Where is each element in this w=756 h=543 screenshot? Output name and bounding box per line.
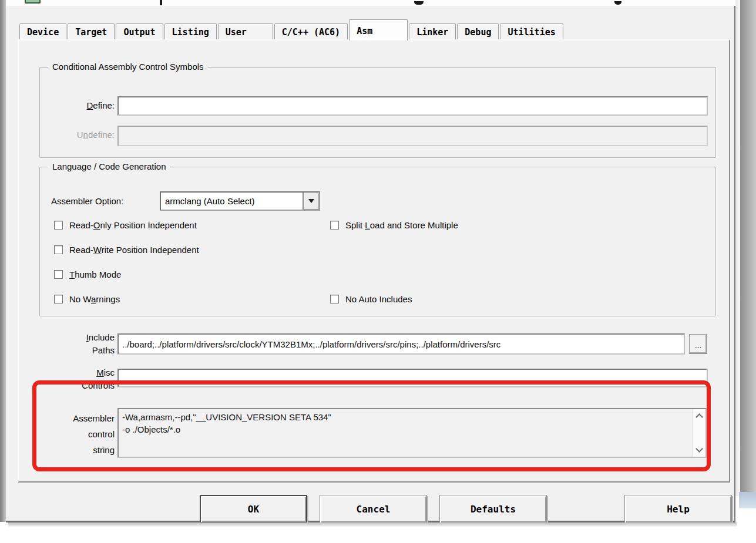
combobox-dropdown-button[interactable]	[303, 193, 319, 210]
checkbox-no-warnings[interactable]: No Warnings	[54, 294, 120, 304]
assembler-option-combobox[interactable]: armclang (Auto Select)	[160, 191, 320, 211]
checkbox-icon[interactable]	[54, 221, 63, 230]
defaults-button[interactable]: Defaults	[439, 495, 547, 523]
help-button[interactable]: Help	[624, 495, 732, 523]
target-icon	[25, 0, 41, 4]
misc-controls-input[interactable]	[117, 369, 708, 387]
ok-button[interactable]: OK	[200, 495, 307, 523]
tab-device[interactable]: Device	[19, 23, 66, 41]
titlebar-text-fragment	[160, 0, 162, 5]
tab-c-cpp-ac6[interactable]: C/C++ (AC6)	[274, 23, 348, 41]
tab-debug[interactable]: Debug	[457, 23, 499, 41]
vertical-scrollbar[interactable]	[692, 409, 705, 457]
group-title: Language / Code Generation	[48, 161, 170, 171]
tab-output[interactable]: Output	[116, 23, 163, 41]
options-dialog: Device Target Output Listing User C/C++ …	[6, 6, 735, 522]
undefine-input	[117, 126, 708, 146]
assembler-option-label: Assembler Option:	[51, 196, 123, 206]
checkbox-read-only-pi[interactable]: Read-Only Position Independent	[54, 220, 197, 230]
checkbox-thumb-mode[interactable]: Thumb Mode	[54, 269, 121, 279]
scroll-down-icon[interactable]	[695, 445, 703, 453]
tab-listing[interactable]: Listing	[164, 23, 217, 41]
group-title: Conditional Assembly Control Symbols	[48, 62, 208, 72]
cancel-button[interactable]: Cancel	[320, 495, 427, 523]
titlebar-text-fragment	[614, 1, 621, 5]
tab-user[interactable]: User	[218, 23, 273, 41]
define-input[interactable]	[117, 96, 708, 116]
checkbox-icon[interactable]	[54, 245, 63, 254]
tab-linker[interactable]: Linker	[409, 23, 456, 41]
assembler-option-value: armclang (Auto Select)	[161, 196, 303, 206]
tab-asm[interactable]: Asm	[349, 19, 408, 41]
checkbox-icon[interactable]	[54, 270, 63, 279]
checkbox-no-auto-includes[interactable]: No Auto Includes	[330, 294, 412, 304]
include-paths-input[interactable]: ../board;../platform/drivers/src/clock/Y…	[117, 333, 685, 355]
window-left-edge	[0, 0, 6, 522]
include-paths-label: Include Paths	[54, 331, 115, 357]
checkbox-icon[interactable]	[330, 221, 339, 230]
assembler-control-string-box[interactable]: -Wa,armasm,--pd,"__UVISION_VERSION SETA …	[117, 408, 707, 458]
checkbox-split-load-store[interactable]: Split Load and Store Multiple	[330, 220, 458, 230]
scroll-up-icon[interactable]	[695, 413, 703, 421]
tab-utilities[interactable]: Utilities	[500, 23, 563, 41]
options-for-target-dialog-screenshot: Device Target Output Listing User C/C++ …	[0, 0, 756, 543]
tab-strip: Device Target Output Listing User C/C++ …	[19, 21, 565, 41]
assembler-control-string-label: Assembler control string	[54, 410, 115, 458]
dialog-bottom-shadow	[8, 522, 737, 527]
include-paths-browse-button[interactable]: ...	[689, 334, 707, 354]
background-app-panel	[739, 492, 756, 508]
misc-controls-label: Misc Controls	[54, 366, 115, 392]
checkbox-icon[interactable]	[330, 295, 339, 303]
titlebar-text-fragment	[414, 1, 424, 5]
define-label: Define:	[65, 100, 115, 110]
assembler-control-string-text: -Wa,armasm,--pd,"__UVISION_VERSION SETA …	[119, 409, 692, 457]
dialog-right-shadow	[735, 0, 740, 496]
chevron-down-icon	[308, 199, 314, 203]
undefine-label: Undefine:	[54, 130, 115, 140]
tab-target[interactable]: Target	[68, 23, 115, 41]
asm-tab-page: Conditional Assembly Control Symbols Def…	[18, 39, 730, 483]
window-right-edge	[740, 0, 756, 492]
checkbox-icon[interactable]	[54, 295, 63, 303]
titlebar-cropped-strip	[6, 0, 735, 6]
checkbox-read-write-pi[interactable]: Read-Write Position Independent	[54, 245, 199, 255]
